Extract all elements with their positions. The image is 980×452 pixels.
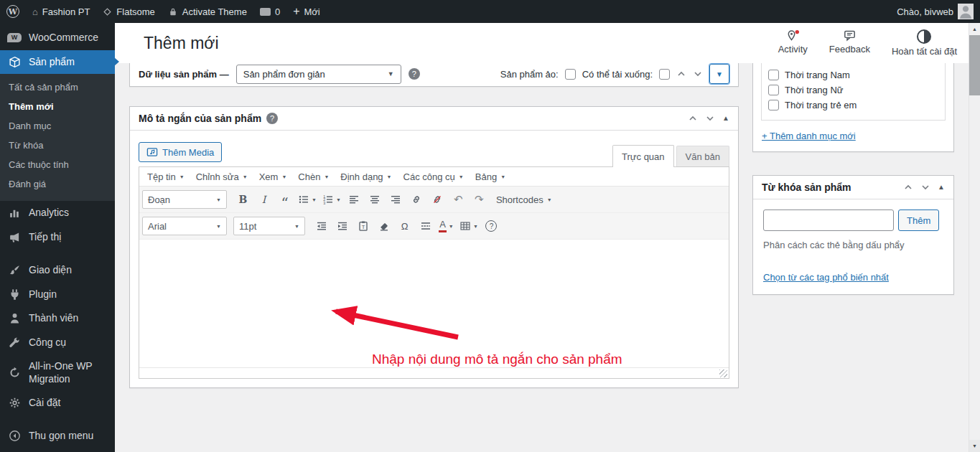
scroll-down-button[interactable]: ▼ [969,440,980,452]
menu-insert[interactable]: Chèn▼ [292,167,335,186]
outdent-button[interactable] [312,217,331,235]
move-down-button[interactable] [705,115,715,122]
tags-input[interactable] [763,209,894,231]
menu-tools[interactable]: Các công cụ▼ [398,167,470,186]
link-button[interactable] [407,190,426,209]
add-media-button[interactable]: Thêm Media [139,142,222,162]
tags-header[interactable]: Từ khóa sản phẩm ▲ [753,176,953,199]
panel-toggle-button[interactable]: ▼ [709,64,729,84]
table-button[interactable]: ▼ [457,217,480,235]
sidebar-item-analytics[interactable]: Analytics [0,201,115,225]
add-tag-button[interactable]: Thêm [898,209,939,231]
menu-view[interactable]: Xem▼ [253,167,293,186]
category-checkbox[interactable] [768,85,779,95]
special-character-button[interactable]: Ω [395,217,414,235]
menu-file[interactable]: Tệp tin▼ [141,167,190,186]
unlink-button[interactable] [428,190,447,209]
sidebar-item-tags[interactable]: Từ khóa [0,136,115,155]
align-left-button[interactable] [345,190,364,209]
text-color-button[interactable]: A ▼ [437,217,456,235]
category-checkbox[interactable] [768,100,779,110]
sidebar-item-plugins[interactable]: Plugin [0,283,115,307]
short-description-header[interactable]: Mô tả ngắn của sản phẩm ? ▲ [130,107,738,131]
flatsome-menu[interactable]: Flatsome [96,0,161,23]
move-up-button[interactable] [676,70,686,77]
sidebar-item-products[interactable]: Sản phẩm [0,50,115,75]
menu-edit[interactable]: Chỉnh sửa▼ [190,167,253,186]
category-option-women[interactable]: Thời trang Nữ [768,83,938,98]
marketing-label: Tiếp thị [29,231,61,244]
sidebar-item-settings[interactable]: Cài đặt [0,391,115,415]
tab-visual[interactable]: Trực quan [612,145,674,167]
bold-button[interactable]: B [233,190,253,209]
feedback-button[interactable]: Feedback [829,29,870,55]
page-header: Thêm mới Activity Feedback Hoàn tất cài … [115,23,969,63]
menu-format[interactable]: Định dạng▼ [335,167,397,186]
move-down-button[interactable] [693,70,703,77]
category-option-kids[interactable]: Thời trang trẻ em [768,98,938,113]
product-type-select[interactable]: Sản phẩm đơn giản ▼ [236,65,401,84]
scrollbar-thumb[interactable] [969,35,980,95]
virtual-checkbox[interactable] [565,69,576,80]
scrollbar[interactable]: ▲ ▼ [969,23,980,452]
sidebar-item-all-products[interactable]: Tất cả sản phẩm [0,77,115,97]
redo-button[interactable]: ↷ [470,190,489,209]
collapse-label: Thu gọn menu [29,430,93,443]
comments-menu[interactable]: 0 [253,0,286,23]
move-down-button[interactable] [920,184,930,191]
tab-text[interactable]: Văn bản [676,146,729,166]
chevron-down-icon: ▼ [387,174,392,179]
short-description-title: Mô tả ngắn của sản phẩm [139,113,261,124]
scroll-up-button[interactable]: ▲ [969,23,980,35]
short-description-help-icon[interactable]: ? [266,113,278,124]
clear-formatting-button[interactable] [374,217,393,235]
collapse-toggle-icon[interactable]: ▲ [938,184,945,191]
wp-logo-menu[interactable]: W [0,0,26,23]
numbered-list-button[interactable]: 123 ▼ [320,190,343,209]
activity-button[interactable]: Activity [778,29,808,55]
new-content-menu[interactable]: + Mới [286,0,327,23]
collapse-toggle-icon[interactable]: ▲ [722,115,729,122]
align-right-button[interactable] [386,190,406,209]
category-option-men[interactable]: Thời trang Nam [768,67,938,83]
lock-icon [168,6,178,17]
downloadable-checkbox[interactable] [659,69,670,80]
sidebar-item-users[interactable]: Thành viên [0,306,115,331]
menu-table[interactable]: Bảng▼ [470,167,511,186]
read-more-icon[interactable] [416,217,435,235]
move-up-button[interactable] [903,184,913,191]
font-size-select[interactable]: 11pt ▼ [233,217,305,235]
sidebar-item-attributes[interactable]: Các thuộc tính [0,155,115,174]
undo-button[interactable]: ↶ [449,190,468,209]
site-menu[interactable]: ⌂ Fashion PT [26,0,96,23]
product-type-help-icon[interactable]: ? [409,68,420,80]
sidebar-item-tools[interactable]: Công cụ [0,331,115,355]
add-category-link[interactable]: + Thêm danh mục mới [762,131,856,141]
bullet-list-button[interactable]: ▼ [296,190,319,209]
sidebar-item-categories[interactable]: Danh mục [0,116,115,136]
sidebar-item-reviews[interactable]: Đánh giá [0,174,115,194]
sidebar-item-woocommerce[interactable]: W WooCommerce [0,26,115,50]
paste-as-text-button[interactable]: T [353,217,373,235]
resize-grip[interactable] [719,369,727,377]
paragraph-format-select[interactable]: Đoạn ▼ [142,190,227,209]
shortcodes-button[interactable]: Shortcodes ▼ [490,194,558,205]
align-center-button[interactable] [365,190,385,209]
italic-button[interactable]: I [254,190,274,209]
sidebar-item-add-new[interactable]: Thêm mới [0,97,115,116]
sidebar-item-migration[interactable]: All-in-One WP Migration [0,354,115,391]
editor-content-area[interactable] [139,240,729,367]
blockquote-button[interactable]: “ [275,190,294,209]
indent-button[interactable] [332,217,352,235]
move-up-button[interactable] [688,115,698,122]
editor-help-button[interactable]: ? [482,217,501,235]
activate-theme-menu[interactable]: Activate Theme [162,0,253,23]
choose-popular-tags-link[interactable]: Chọn từ các tag phổ biến nhất [763,272,889,283]
font-family-select[interactable]: Arial ▼ [142,217,227,235]
category-checkbox[interactable] [768,70,779,80]
sidebar-item-marketing[interactable]: Tiếp thị [0,225,115,250]
finish-setup-button[interactable]: Hoàn tất cài đặt [892,29,957,57]
account-menu[interactable]: Chào, bivweb [890,4,980,19]
collapse-menu-button[interactable]: Thu gọn menu [0,424,115,448]
sidebar-item-appearance[interactable]: Giao diện [0,258,115,283]
